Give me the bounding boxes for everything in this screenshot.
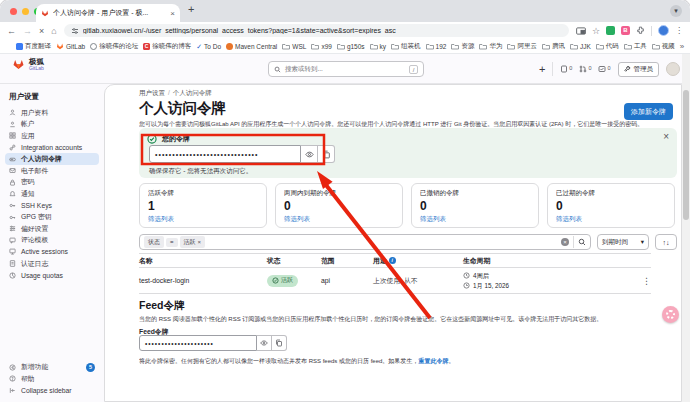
bookmark-folder[interactable]: 视频	[652, 42, 675, 51]
extensions-puzzle-icon[interactable]	[636, 26, 645, 35]
feed-token-input[interactable]: •••••••••••••••••••••	[139, 335, 257, 351]
calendar-clock-icon	[463, 282, 470, 289]
add-new-token-button[interactable]: 添加新令牌	[624, 103, 673, 120]
bookmark-item[interactable]: Maven Central	[226, 43, 277, 50]
page-scrollbar[interactable]	[682, 54, 690, 402]
bookmark-item[interactable]: GitLab	[56, 42, 85, 50]
stat-expiring-tokens: 两周内到期的令牌 0 筛选列表	[275, 183, 403, 228]
site-settings-icon[interactable]	[71, 27, 79, 35]
user-avatar[interactable]	[666, 62, 680, 76]
bookmark-folder[interactable]: 工具	[624, 42, 647, 51]
bookmark-folder[interactable]: g150s	[337, 43, 365, 50]
todos-counter[interactable]: 0	[598, 65, 610, 73]
filter-chip-operator[interactable]: =	[166, 238, 178, 247]
whats-new-button[interactable]: 新增功能5	[5, 361, 99, 373]
sidebar-item-account[interactable]: 帐户	[5, 119, 99, 131]
sidebar-item-notifications[interactable]: 通知	[5, 188, 99, 200]
reveal-token-button[interactable]	[301, 145, 318, 163]
remove-filter-icon[interactable]: ×	[198, 239, 202, 245]
sidebar-item-personal-access-tokens[interactable]: 个人访问令牌	[5, 153, 99, 165]
copy-feed-token-button[interactable]	[272, 335, 287, 351]
bookmark-folder[interactable]: 代码	[596, 42, 619, 51]
bookmarks-overflow-icon[interactable]: »	[680, 42, 684, 51]
bookmark-folder[interactable]: JJK	[570, 43, 591, 50]
help-button[interactable]: 帮助	[5, 373, 99, 385]
folder-icon	[391, 43, 399, 50]
filter-chip-value[interactable]: 活跃×	[180, 236, 206, 248]
alert-close-icon[interactable]: ×	[663, 131, 669, 142]
sidebar-item-emails[interactable]: 电子邮件	[5, 165, 99, 177]
forward-button[interactable]: →	[23, 26, 32, 36]
bookmark-folder[interactable]: WSL	[282, 43, 306, 50]
token-value-input[interactable]: ••••••••••••••••••••••••••••••	[149, 145, 301, 163]
copy-token-button[interactable]	[318, 145, 335, 163]
browser-toolbar: ← → × ⌂ gitlab.xuxiaowei.cn/-/user_setti…	[0, 22, 690, 39]
bookmark-folder[interactable]: 阿里云	[507, 42, 537, 51]
clear-filters-icon[interactable]: ×	[561, 238, 569, 246]
tab-close-icon[interactable]: ×	[170, 9, 175, 18]
bookmark-item[interactable]: 百度翻译	[16, 42, 51, 51]
minimize-window-button[interactable]	[22, 8, 29, 15]
usage-info-icon[interactable]: i	[389, 257, 396, 264]
merge-requests-counter[interactable]: 0	[579, 65, 591, 73]
sidebar-item-preferences[interactable]: 偏好设置	[5, 223, 99, 235]
sidebar-item-active-sessions[interactable]: Active sessions	[5, 246, 99, 258]
tab-search-icon[interactable]: ▾	[670, 5, 682, 17]
bookmark-folder[interactable]: 华为	[479, 42, 502, 51]
sidebar-item-ssh-keys[interactable]: SSH Keys	[5, 200, 99, 212]
filter-chip-field[interactable]: 状态	[144, 236, 164, 248]
bookmark-item[interactable]: ✓To Do	[196, 43, 221, 50]
bookmark-folder[interactable]: 192	[426, 43, 447, 50]
filter-list-link[interactable]: 筛选列表	[420, 215, 530, 224]
sidebar-item-integration-accounts[interactable]: Integration accounts	[5, 142, 99, 154]
reset-feed-token-link[interactable]: 重置此令牌	[418, 358, 448, 364]
bookmark-folder[interactable]: 腾讯	[542, 42, 565, 51]
search-submit-icon[interactable]	[578, 238, 586, 246]
create-new-button[interactable]: +	[539, 63, 545, 75]
sidebar-item-usage-quotas[interactable]: Usage quotas	[5, 269, 99, 281]
browser-tab[interactable]: 个人访问令牌 - 用户设置 - 极... ×	[36, 4, 180, 22]
sidebar-item-comment-templates[interactable]: 评论模板	[5, 235, 99, 247]
scrollbar-thumb[interactable]	[683, 90, 689, 220]
bookmark-folder[interactable]: x99	[311, 43, 331, 50]
sidebar-item-applications[interactable]: 应用	[5, 130, 99, 142]
screenshot-tool-floating-button[interactable]	[662, 306, 679, 323]
sidebar-item-password[interactable]: 密码	[5, 177, 99, 189]
bookmark-folder[interactable]: 组装机	[391, 42, 421, 51]
filter-search-input[interactable]: 状态 = 活跃× ×	[139, 234, 591, 250]
sidebar-item-profile[interactable]: 用户资料	[5, 107, 99, 119]
maven-central-icon	[226, 43, 233, 50]
back-button[interactable]: ←	[7, 26, 16, 36]
sort-direction-button[interactable]: ↑↓	[655, 234, 677, 250]
admin-area-button[interactable]: 管理员	[618, 62, 660, 77]
filter-list-link[interactable]: 筛选列表	[148, 215, 258, 224]
bookmark-item[interactable]: C徐晓伟的博客	[143, 42, 191, 51]
sidebar-item-gpg-keys[interactable]: GPG 密钥	[5, 211, 99, 223]
reveal-feed-token-button[interactable]	[257, 335, 272, 351]
profile-avatar[interactable]	[658, 25, 669, 36]
share-tab-icon[interactable]	[576, 27, 586, 35]
close-window-button[interactable]	[10, 8, 17, 15]
content-panel: 用户设置/个人访问令牌 个人访问令牌 添加新令牌 您可以为每个需要访问极狐Git…	[104, 84, 682, 402]
filter-list-link[interactable]: 筛选列表	[284, 215, 394, 224]
adblock-extension-icon[interactable]	[606, 26, 615, 35]
bookmark-folder[interactable]: 资源	[451, 42, 474, 51]
issues-counter[interactable]: 0	[560, 65, 572, 73]
home-button[interactable]: ⌂	[51, 26, 56, 36]
bookmark-item[interactable]: 徐晓伟的论坛	[90, 42, 138, 51]
breadcrumb-settings-link[interactable]: 用户设置	[139, 89, 165, 96]
browser-menu-icon[interactable]: ⋮	[675, 26, 683, 35]
row-actions-menu-icon[interactable]: ⋮	[642, 276, 651, 286]
gitlab-logo[interactable]: 极狐 GitLab	[12, 58, 44, 71]
bookmark-star-icon[interactable]: ☆	[592, 26, 600, 36]
bilibili-extension-icon[interactable]: B	[621, 26, 630, 35]
new-tab-button[interactable]: +	[188, 3, 194, 15]
address-bar[interactable]: gitlab.xuxiaowei.cn/-/user_settings/pers…	[64, 24, 569, 37]
filter-list-link[interactable]: 筛选列表	[556, 215, 666, 224]
stop-reload-button[interactable]: ×	[39, 26, 44, 36]
bookmark-folder[interactable]: ky	[370, 43, 387, 50]
sort-field-dropdown[interactable]: 到期时间▾	[597, 234, 649, 250]
sidebar-item-authentication-log[interactable]: 认证日志	[5, 258, 99, 270]
collapse-sidebar-button[interactable]: Collapse sidebar	[5, 384, 99, 396]
global-search-input[interactable]: 搜索或转到... /	[268, 61, 424, 77]
